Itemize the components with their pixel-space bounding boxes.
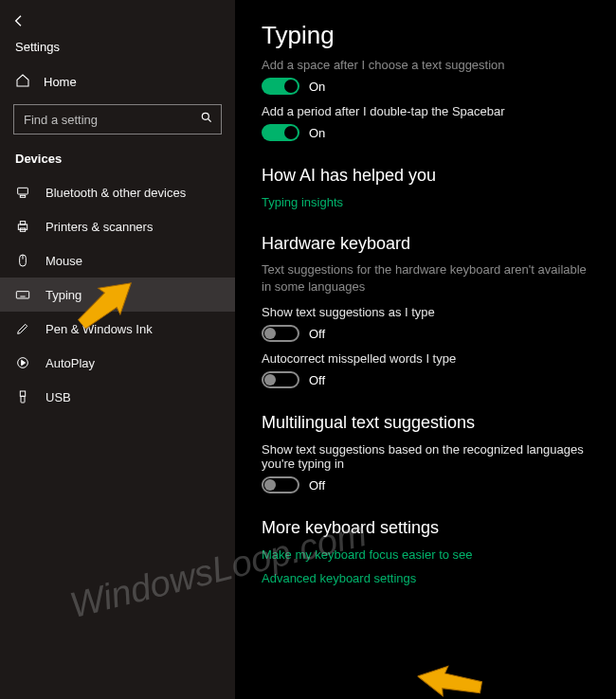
autoplay-icon [15,355,30,370]
sidebar-item-printers[interactable]: Printers & scanners [0,209,235,243]
svg-rect-8 [16,292,28,298]
sidebar-item-usb[interactable]: USB [0,380,235,414]
search-box[interactable] [13,104,222,134]
toggle-state: Off [309,478,325,493]
content-pane: Typing Add a space after I choose a text… [235,0,616,699]
toggle-state: Off [309,327,325,341]
toggle-add-period[interactable]: On [262,124,589,141]
link-advanced-keyboard[interactable]: Advanced keyboard settings [262,571,589,585]
truncated-setting-label: Add a space after I choose a text sugges… [262,58,589,72]
svg-rect-15 [20,391,25,396]
search-icon [200,111,213,128]
link-keyboard-focus[interactable]: Make my keyboard focus easier to see [262,547,589,562]
toggle-state: On [309,126,325,140]
search-input[interactable] [22,112,196,128]
toggle-autocorrect[interactable]: Off [262,371,589,388]
printer-icon [15,219,30,234]
setting-label: Add a period after I double-tap the Spac… [262,104,589,118]
toggle-switch[interactable] [262,124,299,141]
svg-rect-16 [21,396,25,403]
link-typing-insights[interactable]: Typing insights [262,195,589,209]
toggle-switch[interactable] [262,78,299,95]
sidebar-item-autoplay[interactable]: AutoPlay [0,346,235,380]
setting-label: Show text suggestions based on the recog… [262,442,589,471]
mouse-icon [15,253,30,268]
toggle-switch[interactable] [262,325,299,342]
toggle-multilingual[interactable]: Off [262,476,589,493]
section-heading-more: More keyboard settings [262,518,589,538]
bluetooth-icon [15,185,30,200]
toggle-state: Off [309,373,325,387]
usb-icon [15,389,30,404]
back-button[interactable] [4,6,34,36]
app-title: Settings [15,40,235,54]
page-title: Typing [262,21,589,50]
svg-rect-2 [20,195,25,197]
sidebar-item-label: Typing [45,288,82,302]
svg-rect-1 [18,188,28,194]
sidebar-item-label: Bluetooth & other devices [45,186,186,200]
sidebar-item-label: Mouse [45,254,82,268]
home-label: Home [44,75,77,89]
settings-sidebar: Settings Home Devices Bluetooth & other … [0,0,235,699]
section-heading-multilingual: Multilingual text suggestions [262,413,589,433]
home-icon [15,73,30,91]
toggle-switch[interactable] [262,476,299,493]
svg-rect-4 [20,222,25,224]
pen-icon [15,321,30,336]
section-description: Text suggestions for the hardware keyboa… [262,261,589,296]
sidebar-item-label: Printers & scanners [45,220,153,234]
svg-rect-3 [18,224,27,229]
category-heading: Devices [15,152,220,166]
sidebar-item-bluetooth[interactable]: Bluetooth & other devices [0,175,235,209]
keyboard-icon [15,287,30,302]
toggle-switch[interactable] [262,371,299,388]
toggle-add-space[interactable]: On [262,78,589,95]
home-nav[interactable]: Home [0,65,235,99]
section-heading-ai: How AI has helped you [262,166,589,186]
svg-point-0 [202,113,208,119]
section-heading-hardware: Hardware keyboard [262,234,589,254]
toggle-state: On [309,80,325,94]
setting-label: Autocorrect misspelled words I type [262,351,589,366]
toggle-hw-suggestions[interactable]: Off [262,325,589,342]
setting-label: Show text suggestions as I type [262,305,589,319]
sidebar-item-label: USB [45,390,71,404]
sidebar-item-label: AutoPlay [45,356,95,370]
